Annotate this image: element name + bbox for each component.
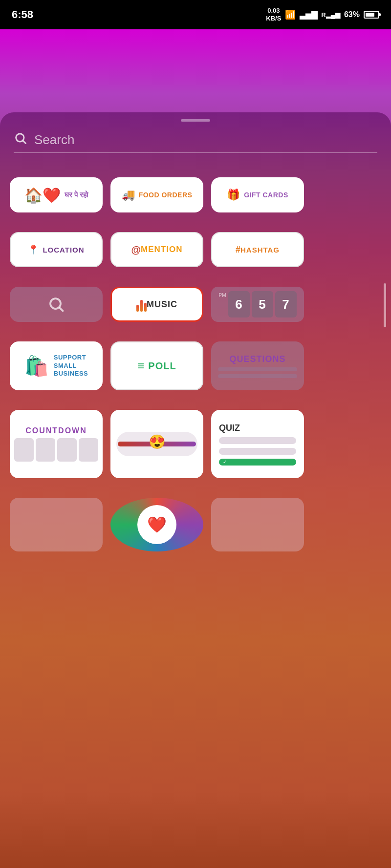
location-label: LOCATION (43, 246, 84, 254)
sticker-music[interactable]: MUSIC (110, 287, 203, 322)
sticker-row-2: 📍 LOCATION @ MENTION # HASHTAG (10, 222, 381, 277)
status-bar: 6:58 0.03KB/S 📶 ▃▅▇ R▂▄▆ 63% (0, 0, 391, 29)
svg-line-1 (23, 141, 25, 143)
at-symbol: @ (131, 244, 141, 255)
gift-icon: 🎁 (227, 189, 240, 201)
sticker-row-1: 🏠❤️ घर पे रहो 🚚 FOOD ORDERS 🎁 GIFT CARDS (10, 168, 381, 222)
sticker-cas-partial[interactable] (10, 498, 103, 551)
status-icons: 0.03KB/S 📶 ▃▅▇ R▂▄▆ 63% (266, 7, 379, 22)
countdown-tile-1 (14, 438, 34, 462)
sticker-grid: 🏠❤️ घर पे रहो 🚚 FOOD ORDERS 🎁 GIFT CARDS (0, 168, 391, 561)
truck-icon: 🚚 (122, 189, 135, 201)
quiz-option-2 (219, 448, 296, 455)
time-digit-3: 7 (275, 291, 297, 318)
countdown-tile-4 (79, 438, 98, 462)
countdown-label: COUNTDOWN (25, 426, 87, 435)
circle-inner: ❤️ (137, 505, 176, 544)
sticker-search-sticker[interactable] (10, 287, 103, 322)
music-bar-2 (140, 300, 143, 312)
ghar-icon: 🏠❤️ (24, 187, 61, 204)
sticker-gift-cards[interactable]: 🎁 GIFT CARDS (211, 177, 304, 212)
search-icon (14, 131, 27, 148)
sticker-row-4: 🛍️ SUPPORTSMALLBUSINESS ≡ POLL QUESTIONS (10, 332, 381, 400)
questions-bar-2 (218, 374, 297, 378)
poll-label: POLL (148, 360, 176, 372)
sticker-hashtag[interactable]: # HASHTAG (211, 232, 304, 267)
sticker-quiz[interactable]: QUIZ ✓ (211, 410, 304, 478)
ssb-label: SUPPORTSMALLBUSINESS (54, 354, 88, 379)
countdown-tiles (14, 438, 98, 462)
sticker-emoji-slider[interactable]: 😍 (110, 410, 203, 478)
sticker-row-5: COUNTDOWN 😍 (10, 400, 381, 488)
sticker-row-6: ❤️ (10, 488, 381, 561)
slider-background: 😍 (116, 432, 197, 456)
shopping-bag-icon: 🛍️ (24, 355, 49, 378)
sticker-partial-heart[interactable] (211, 498, 304, 551)
quiz-title: QUIZ (219, 423, 240, 433)
time-digit-1: 6 (228, 291, 250, 318)
sticker-ghar-pe-raho[interactable]: 🏠❤️ घर पे रहो (10, 177, 103, 212)
sticker-sheet[interactable]: Search 🏠❤️ घर पे रहो 🚚 FOOD ORDERS (0, 112, 391, 868)
music-bars (136, 297, 147, 312)
circle-emoji: ❤️ (147, 515, 167, 534)
sticker-location[interactable]: 📍 LOCATION (10, 232, 103, 267)
sticker-food-orders[interactable]: 🚚 FOOD ORDERS (110, 177, 203, 212)
quiz-option-correct: ✓ (219, 459, 296, 466)
ghar-label: घर पे रहो (65, 191, 88, 199)
sticker-small-business[interactable]: 🛍️ SUPPORTSMALLBUSINESS (10, 341, 103, 390)
music-label: MUSIC (147, 299, 177, 310)
wifi-icon: 📶 (285, 9, 296, 20)
svg-line-3 (60, 308, 63, 311)
time-digit-2: 5 (252, 291, 273, 318)
questions-label: QUESTIONS (218, 354, 297, 364)
search-bar[interactable]: Search (0, 131, 391, 148)
quiz-option-1 (219, 437, 296, 444)
r-signal-icon: R▂▄▆ (321, 11, 340, 19)
gift-cards-label: GIFT CARDS (244, 191, 288, 199)
sticker-mention[interactable]: @ MENTION (110, 232, 203, 267)
sticker-row-3: MUSIC PM 6 5 7 (10, 277, 381, 332)
time-pm: PM (219, 293, 226, 298)
battery-percent: 63% (344, 10, 360, 19)
sticker-time[interactable]: PM 6 5 7 (211, 287, 304, 322)
slider-emoji: 😍 (149, 434, 166, 450)
sticker-poll[interactable]: ≡ POLL (110, 341, 203, 390)
battery-icon (364, 11, 379, 19)
network-speed: 0.03KB/S (266, 7, 281, 22)
questions-bar-1 (218, 367, 297, 371)
poll-icon: ≡ (137, 359, 144, 373)
pin-icon: 📍 (28, 244, 39, 255)
countdown-tile-2 (36, 438, 55, 462)
quiz-check-icon: ✓ (223, 459, 227, 465)
sticker-questions[interactable]: QUESTIONS (211, 341, 304, 390)
search-divider (14, 152, 377, 153)
signal-icon: ▃▅▇ (300, 10, 317, 20)
hashtag-label: HASHTAG (240, 246, 280, 254)
sticker-countdown[interactable]: COUNTDOWN (10, 410, 103, 478)
sticker-circle[interactable]: ❤️ (110, 498, 203, 551)
countdown-tile-3 (57, 438, 77, 462)
hash-symbol: # (236, 245, 240, 255)
music-bar-1 (136, 305, 139, 312)
slider-track: 😍 (118, 442, 196, 446)
mention-label: MENTION (141, 245, 182, 254)
food-orders-label: FOOD ORDERS (139, 191, 193, 199)
scroll-indicator (384, 283, 386, 327)
time-display: 6:58 (12, 8, 33, 21)
main-container: Search 🏠❤️ घर पे रहो 🚚 FOOD ORDERS (0, 29, 391, 868)
drag-handle[interactable] (181, 119, 210, 122)
search-sticker-icon (47, 296, 65, 313)
search-placeholder[interactable]: Search (34, 132, 74, 148)
